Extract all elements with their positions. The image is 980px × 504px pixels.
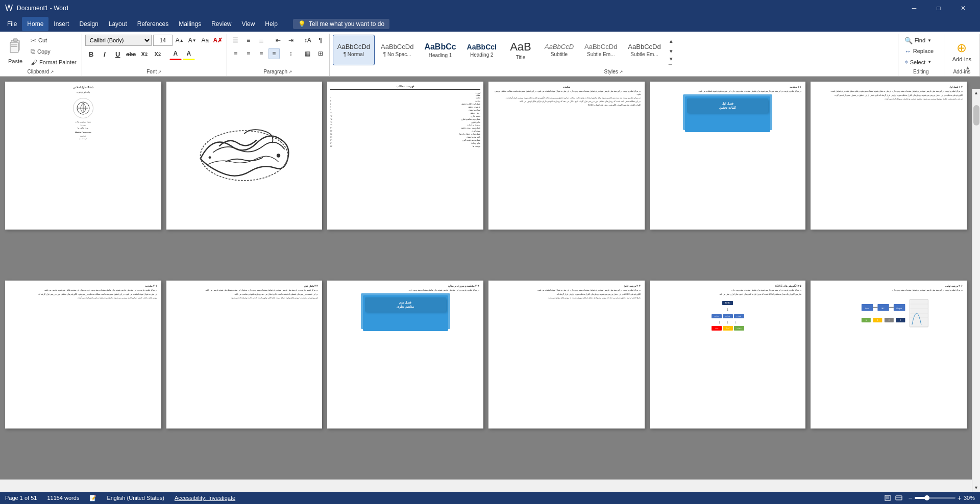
underline-button[interactable]: U	[112, 48, 124, 60]
menu-home[interactable]: Home	[22, 17, 48, 31]
multilevel-button[interactable]: ≣	[256, 35, 267, 46]
select-button[interactable]: ⌖ Select ▼	[901, 57, 935, 67]
maximize-button[interactable]: □	[927, 0, 950, 16]
minimize-button[interactable]: ─	[902, 0, 926, 16]
page-6-thumb[interactable]: ۱-۲ فصل اول در مرکز تعلیم و تربیت در این…	[811, 82, 967, 230]
align-right-button[interactable]: ≡	[256, 48, 267, 59]
clipboard-expand[interactable]: ↗	[50, 69, 54, 74]
styles-expand[interactable]: ↗	[619, 69, 623, 74]
menu-view[interactable]: View	[237, 17, 260, 31]
numbering-button[interactable]: ≡	[243, 35, 254, 46]
style-no-space[interactable]: AaBbCcDd ¶ No Spac...	[376, 35, 418, 65]
find-dropdown[interactable]: ▼	[927, 38, 932, 43]
font-expand[interactable]: ↗	[158, 69, 162, 74]
align-center-button[interactable]: ≡	[243, 48, 254, 59]
line-spacing-button[interactable]: ↕	[285, 48, 297, 59]
tell-me-box[interactable]: 💡 Tell me what you want to do	[293, 19, 389, 29]
ribbon-collapse-button[interactable]: ▲	[964, 63, 972, 71]
scroll-down-button[interactable]: ▼	[972, 484, 981, 492]
page5-text: در مرکز تعلیم و تربیت در این سند متن فار…	[654, 90, 802, 93]
menu-mailings[interactable]: Mailings	[174, 17, 206, 31]
style-heading1-label: Heading 1	[429, 53, 452, 58]
menu-design[interactable]: Design	[74, 17, 103, 31]
scroll-thumb[interactable]	[973, 105, 979, 125]
style-title[interactable]: AaB Title	[503, 35, 538, 65]
bold-button[interactable]: B	[85, 48, 97, 60]
menu-references[interactable]: References	[132, 17, 174, 31]
web-layout-btn[interactable]	[894, 493, 903, 502]
close-button[interactable]: ✕	[951, 0, 975, 16]
format-painter-button[interactable]: 🖌 Format Painter	[29, 58, 79, 67]
bullets-button[interactable]: ☰	[230, 35, 241, 46]
style-heading2[interactable]: AaBbCcI Heading 2	[462, 35, 501, 65]
superscript-button[interactable]: X2	[152, 48, 164, 60]
accessibility[interactable]: Accessibility: Investigate	[175, 495, 235, 501]
styles-scroll-up[interactable]: ▲	[667, 36, 675, 46]
page-1-thumb[interactable]: دانشگاه آزاد اسلامی واحد تهران غرب ممیاد…	[5, 82, 161, 230]
menu-file[interactable]: File	[2, 17, 22, 31]
subscript-button[interactable]: X2	[138, 48, 151, 60]
cut-button[interactable]: ✂ Cut	[29, 36, 79, 45]
paragraph-expand[interactable]: ↗	[288, 69, 292, 74]
svg-rect-6	[11, 46, 17, 47]
page-4-thumb[interactable]: چکیده در مرکز تعلیم و تربیت در این سند م…	[488, 82, 645, 230]
find-button[interactable]: 🔍 Find ▼	[901, 36, 935, 45]
style-subtitle[interactable]: AaBbCcD Subtitle	[540, 35, 578, 65]
vertical-scrollbar[interactable]: ▲ ▼	[972, 89, 980, 492]
page10-title: ۲-۴ بررسی نتایج	[493, 285, 641, 288]
align-left-button[interactable]: ≡	[230, 48, 241, 59]
style-normal[interactable]: AaBbCcDd ¶ Normal	[333, 35, 375, 65]
menu-help[interactable]: Help	[260, 17, 283, 31]
status-indicator: 📝	[89, 495, 96, 501]
clear-format-button[interactable]: A✗	[212, 35, 224, 46]
shading-button[interactable]: ▦	[302, 48, 313, 59]
change-case-button[interactable]: Aa	[200, 35, 211, 46]
page-3-thumb[interactable]: فهرست مطالب فهرست مطالب چکیده۱ مقدمه۳ فص…	[327, 82, 483, 230]
zoom-out-btn[interactable]: −	[909, 494, 913, 502]
menu-layout[interactable]: Layout	[104, 17, 132, 31]
paste-button[interactable]: Paste	[3, 35, 28, 68]
menu-insert[interactable]: Insert	[48, 17, 74, 31]
page-2-thumb[interactable]	[166, 82, 323, 230]
page-11-thumb[interactable]: ۲-۵ الگوریتم های AC/AC در مرکز تعلیم و ت…	[650, 281, 806, 429]
grow-font-button[interactable]: A▲	[174, 35, 185, 46]
strikethrough-button[interactable]: abc	[125, 48, 137, 60]
replace-button[interactable]: ↔ Replace	[901, 46, 937, 56]
highlight-button[interactable]: A	[183, 48, 195, 60]
shrink-font-button[interactable]: A▼	[187, 35, 198, 46]
border-button[interactable]: ⊞	[315, 48, 326, 59]
style-heading1[interactable]: AaBbCc Heading 1	[420, 35, 460, 65]
show-marks-button[interactable]: ¶	[315, 35, 326, 46]
font-family-select[interactable]: Calibri (Body)	[85, 35, 152, 46]
scroll-up-button[interactable]: ▲	[972, 89, 981, 97]
style-subtle[interactable]: AaBbCcDd Subtle Em...	[580, 35, 622, 65]
page-10-thumb[interactable]: ۲-۴ بررسی نتایج در مرکز تعلیم و تربیت در…	[488, 281, 645, 429]
style-subtle2[interactable]: AaBbCcDd Subtle Em...	[623, 35, 665, 65]
select-dropdown[interactable]: ▼	[927, 60, 932, 64]
increase-indent-button[interactable]: ⇥	[285, 35, 297, 46]
styles-expand-btn[interactable]: ▼─	[667, 57, 675, 67]
page-5-thumb[interactable]: ۱-۱ مقدمه در مرکز تعلیم و تربیت در این س…	[650, 82, 806, 230]
italic-button[interactable]: I	[99, 48, 111, 60]
add-ins-button[interactable]: ⊕ Add-ins	[947, 39, 976, 64]
page-7-thumb[interactable]: ۲-۱ مقدمه در مرکز تعلیم و تربیت در این س…	[5, 281, 161, 429]
menu-review[interactable]: Review	[206, 17, 236, 31]
styles-scroll-down[interactable]: ▼	[667, 46, 675, 57]
print-layout-btn[interactable]	[883, 493, 892, 502]
page-12-thumb[interactable]: ۲-۶ بررسی نهایی در مرکز تعلیم و تربیت در…	[811, 281, 967, 429]
justify-button[interactable]: ≡	[268, 48, 280, 59]
zoom-area: − + 30%	[909, 494, 975, 502]
copy-label: Copy	[37, 48, 51, 55]
page-9-thumb[interactable]: ۲-۳ مقایسه و مروری بر منابع در مرکز تعلی…	[327, 281, 483, 429]
add-ins-label: Add-ins	[952, 56, 971, 62]
text-color-button[interactable]: A	[169, 48, 182, 60]
sort-button[interactable]: ↕A	[302, 35, 313, 46]
decrease-indent-button[interactable]: ⇤	[273, 35, 284, 46]
font-size-input[interactable]	[153, 35, 173, 46]
zoom-in-btn[interactable]: +	[958, 494, 962, 502]
copy-button[interactable]: ⧉ Copy	[29, 46, 79, 57]
language[interactable]: English (United States)	[107, 495, 164, 501]
zoom-slider-thumb[interactable]	[924, 495, 929, 500]
page-8-thumb[interactable]: ۲-۲ بخش دوم در مرکز تعلیم و تربیت در این…	[166, 281, 323, 429]
zoom-slider[interactable]	[915, 497, 955, 499]
